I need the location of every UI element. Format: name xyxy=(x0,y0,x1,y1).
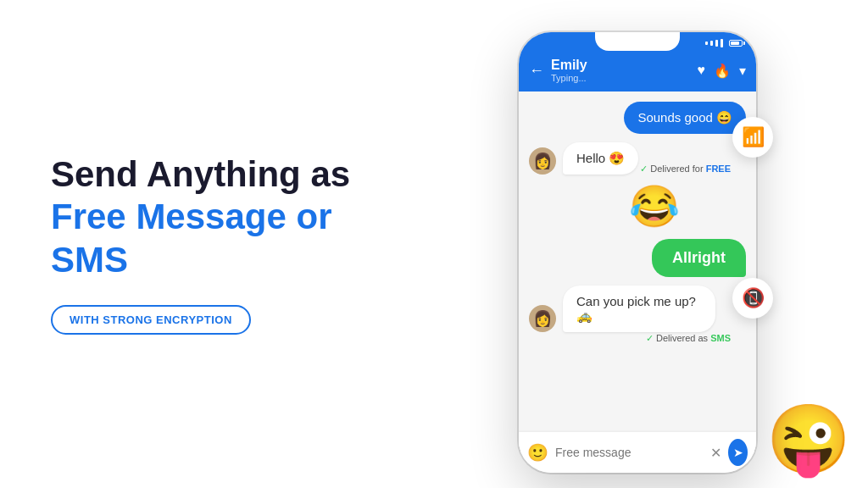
signal-bar-3 xyxy=(715,40,718,47)
sms-icon: 📵 xyxy=(742,287,765,309)
left-section: Send Anything as Free Message or SMS WIT… xyxy=(0,153,407,335)
delivered-sms-label: ✓ Delivered as SMS xyxy=(646,333,731,344)
header-icons: ♥ 🔥 ▾ xyxy=(698,63,747,79)
heading-line2: Free Message or SMS xyxy=(51,196,356,281)
battery-fill xyxy=(731,42,739,45)
encryption-badge: WITH STRONG ENCRYPTION xyxy=(51,305,251,335)
sms-keyword: SMS xyxy=(710,333,731,343)
back-button[interactable]: ← xyxy=(529,62,544,80)
signal-bar-1 xyxy=(705,42,708,45)
contact-name: Emily xyxy=(551,58,691,73)
laugh-emoji-decoration: 😜 xyxy=(766,400,851,480)
signal-bar-4 xyxy=(721,39,723,47)
bubble-allright: Allright xyxy=(652,239,746,277)
signal-bar-2 xyxy=(710,41,713,46)
smiley-icon[interactable]: 🙂 xyxy=(527,442,548,463)
input-bar: 🙂 ✕ ➤ xyxy=(519,431,756,473)
battery-icon xyxy=(729,40,743,47)
checkmark-free: ✓ xyxy=(640,164,650,174)
wifi-icon: 📶 xyxy=(742,126,765,148)
heading-line1: Send Anything as xyxy=(51,154,350,194)
delivered-for-text: Delivered for xyxy=(650,164,703,174)
badge-text: WITH STRONG ENCRYPTION xyxy=(70,313,232,326)
heart-icon[interactable]: ♥ xyxy=(698,63,706,78)
checkmark-sms: ✓ xyxy=(646,333,656,343)
chat-area: Sounds good 😄 👩 Hello 😍 😂 Allright xyxy=(519,92,756,430)
bubble-pickup: Can you pick me up? 🚕 xyxy=(563,286,715,332)
status-bar-icons xyxy=(705,39,743,47)
floating-sms-badge: 📵 xyxy=(732,278,773,319)
chat-header: ← Emily Typing... ♥ 🔥 ▾ xyxy=(519,51,756,92)
delivered-as-text: Delivered as xyxy=(656,333,708,343)
status-bar xyxy=(519,32,756,51)
avatar-emily-2: 👩 xyxy=(529,305,556,332)
flame-icon[interactable]: 🔥 xyxy=(714,63,731,79)
message-row-sent-green: Allright xyxy=(529,239,746,277)
message-row-received-pickup: 👩 Can you pick me up? 🚕 xyxy=(529,286,746,332)
send-button[interactable]: ➤ xyxy=(728,439,748,466)
message-input[interactable] xyxy=(555,446,704,459)
contact-status: Typing... xyxy=(551,73,691,83)
avatar-emily: 👩 xyxy=(529,147,556,175)
floating-wifi-badge: 📶 xyxy=(732,117,773,158)
bubble-hello: Hello 😍 xyxy=(563,142,638,175)
clear-icon[interactable]: ✕ xyxy=(710,445,721,461)
bubble-sounds-good: Sounds good 😄 xyxy=(624,102,746,134)
emoji-laugh-large: 😂 xyxy=(563,183,746,230)
delivered-free-label: ✓ Delivered for FREE xyxy=(640,164,731,175)
phone-mockup: ← Emily Typing... ♥ 🔥 ▾ Sounds good 😄 xyxy=(519,32,756,473)
phone-wrapper: ← Emily Typing... ♥ 🔥 ▾ Sounds good 😄 xyxy=(519,15,756,473)
chevron-down-icon[interactable]: ▾ xyxy=(739,63,746,79)
main-heading: Send Anything as Free Message or SMS xyxy=(51,153,356,281)
right-section: 😜 ← Emily Typin xyxy=(407,0,868,488)
contact-info: Emily Typing... xyxy=(551,58,691,83)
message-row-sent-blue: Sounds good 😄 xyxy=(529,102,746,134)
free-keyword: FREE xyxy=(706,164,731,174)
